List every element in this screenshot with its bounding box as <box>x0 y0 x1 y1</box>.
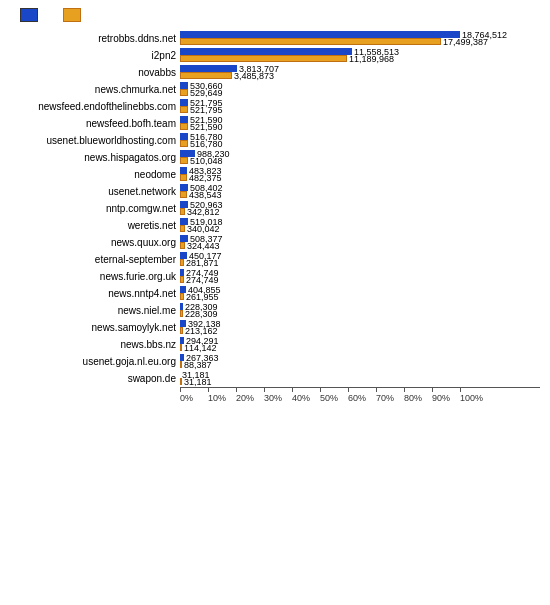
rejected-bar <box>180 208 185 215</box>
bar-row: i2pn211,558,51311,189,968 <box>10 47 540 63</box>
bar-row: swapon.de31,18131,181 <box>10 370 540 386</box>
rejected-bar <box>180 140 188 147</box>
bar-label: news.bbs.nz <box>10 339 180 350</box>
bars-group: 521,795521,795 <box>180 99 223 113</box>
bars-group: 18,764,51217,499,387 <box>180 31 507 45</box>
bar-label: neodome <box>10 169 180 180</box>
rejected-bar <box>180 72 232 79</box>
bar-label: usenet.goja.nl.eu.org <box>10 356 180 367</box>
bar-label: retrobbs.ddns.net <box>10 33 180 44</box>
bars-group: 11,558,51311,189,968 <box>180 48 399 62</box>
x-tick <box>404 388 432 392</box>
legend <box>10 8 540 22</box>
bar-row: newsfeed.bofh.team521,590521,590 <box>10 115 540 131</box>
x-tick <box>208 388 236 392</box>
accepted-bar <box>180 99 188 106</box>
rejected-bar <box>180 344 182 351</box>
bar-row: news.hispagatos.org988,230510,048 <box>10 149 540 165</box>
x-label: 60% <box>348 393 376 403</box>
rejected-bar <box>180 242 185 249</box>
rejected-value: 340,042 <box>187 224 220 234</box>
x-axis <box>180 387 540 392</box>
x-label: 50% <box>320 393 348 403</box>
x-tick <box>180 388 208 392</box>
rejected-bar <box>180 327 183 334</box>
rejected-bar <box>180 361 182 368</box>
bars-group: 521,590521,590 <box>180 116 223 130</box>
rejected-bar <box>180 293 184 300</box>
rejected-bar <box>180 89 188 96</box>
bar-row: neodome483,823482,375 <box>10 166 540 182</box>
bar-row: nntp.comgw.net520,963342,812 <box>10 200 540 216</box>
bars-group: 530,660529,649 <box>180 82 223 96</box>
chart-container: retrobbs.ddns.net18,764,51217,499,387i2p… <box>0 0 550 447</box>
rejected-bar <box>180 310 183 317</box>
accepted-bar <box>180 48 352 55</box>
bar-row: news.niel.me228,309228,309 <box>10 302 540 318</box>
bar-label: news.hispagatos.org <box>10 152 180 163</box>
rejected-value: 324,443 <box>187 241 220 251</box>
legend-rejected <box>63 8 86 22</box>
bars-group: 520,963342,812 <box>180 201 223 215</box>
rejected-value: 438,543 <box>189 190 222 200</box>
accepted-bar <box>180 184 188 191</box>
x-label: 80% <box>404 393 432 403</box>
x-label: 100% <box>460 393 488 403</box>
bar-row: news.quux.org508,377324,443 <box>10 234 540 250</box>
bar-row: novabbs3,813,7073,485,873 <box>10 64 540 80</box>
bar-label: news.chmurka.net <box>10 84 180 95</box>
rejected-bar <box>180 157 188 164</box>
rejected-value: 281,871 <box>186 258 219 268</box>
x-tick <box>236 388 264 392</box>
rejected-value: 510,048 <box>190 156 223 166</box>
bar-row: news.nntp4.net404,855261,955 <box>10 285 540 301</box>
rejected-value: 529,649 <box>190 88 223 98</box>
bars-group: 31,18131,181 <box>180 371 212 385</box>
accepted-bar <box>180 269 184 276</box>
bar-row: news.chmurka.net530,660529,649 <box>10 81 540 97</box>
rejected-bar <box>180 38 441 45</box>
bars-group: 404,855261,955 <box>180 286 221 300</box>
x-label: 70% <box>376 393 404 403</box>
bars-group: 988,230510,048 <box>180 150 230 164</box>
bar-row: weretis.net519,018340,042 <box>10 217 540 233</box>
rejected-value: 342,812 <box>187 207 220 217</box>
bars-group: 483,823482,375 <box>180 167 222 181</box>
bars-group: 516,780516,780 <box>180 133 223 147</box>
bars-group: 508,377324,443 <box>180 235 223 249</box>
bar-row: news.bbs.nz294,291114,142 <box>10 336 540 352</box>
bar-label: news.samoylyk.net <box>10 322 180 333</box>
bars-group: 274,749274,749 <box>180 269 219 283</box>
bar-label: nntp.comgw.net <box>10 203 180 214</box>
bar-label: usenet.network <box>10 186 180 197</box>
rejected-value: 3,485,873 <box>234 71 274 81</box>
x-tick <box>348 388 376 392</box>
rejected-bar <box>180 55 347 62</box>
rejected-bar <box>180 276 184 283</box>
bar-label: i2pn2 <box>10 50 180 61</box>
legend-accepted <box>20 8 43 22</box>
bar-label: usenet.blueworldhosting.com <box>10 135 180 146</box>
rejected-value: 31,181 <box>184 377 212 387</box>
rejected-value: 114,142 <box>184 343 217 353</box>
bar-label: news.furie.org.uk <box>10 271 180 282</box>
x-tick <box>432 388 460 392</box>
bar-label: news.nntp4.net <box>10 288 180 299</box>
rejected-value: 213,162 <box>185 326 218 336</box>
rejected-bar <box>180 191 187 198</box>
bars-group: 508,402438,543 <box>180 184 223 198</box>
rejected-value: 482,375 <box>189 173 222 183</box>
x-tick <box>292 388 320 392</box>
bar-row: eternal-september450,177281,871 <box>10 251 540 267</box>
x-label: 30% <box>264 393 292 403</box>
bars-group: 519,018340,042 <box>180 218 223 232</box>
accepted-bar <box>180 133 188 140</box>
bar-label: weretis.net <box>10 220 180 231</box>
accepted-bar <box>180 167 187 174</box>
rejected-value: 88,387 <box>184 360 212 370</box>
bars-group: 392,138213,162 <box>180 320 221 334</box>
bar-row: usenet.network508,402438,543 <box>10 183 540 199</box>
accepted-swatch <box>20 8 38 22</box>
rejected-value: 274,749 <box>186 275 219 285</box>
x-tick <box>460 388 488 392</box>
